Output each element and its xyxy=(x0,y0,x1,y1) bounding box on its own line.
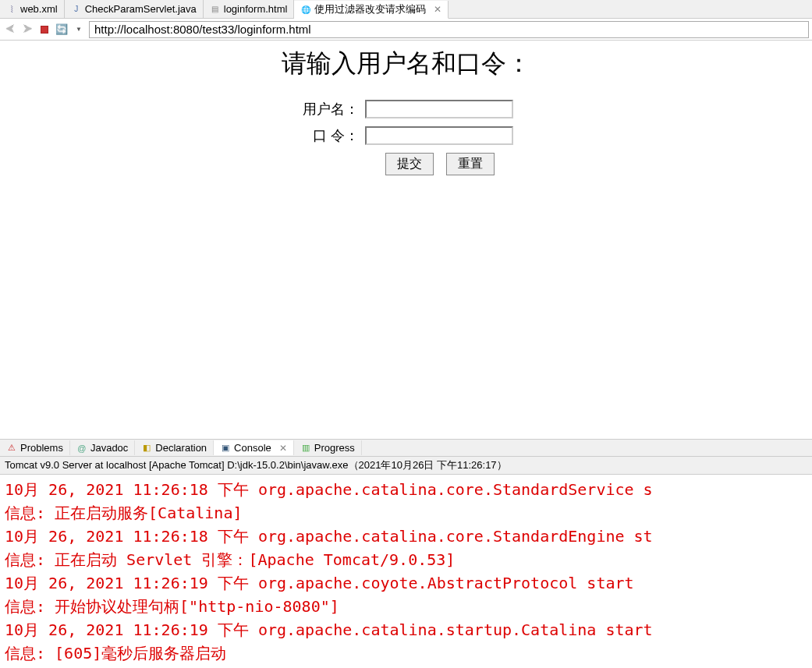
tab-progress[interactable]: ▥ Progress xyxy=(294,440,362,455)
xml-icon: ⦚ xyxy=(6,4,17,15)
tab-label: Console xyxy=(234,442,271,454)
button-row: 提交 重置 xyxy=(385,153,513,175)
problems-icon: ⚠ xyxy=(6,443,17,454)
java-icon: J xyxy=(71,4,82,15)
url-input[interactable] xyxy=(89,21,809,38)
console-output: 10月 26, 2021 11:26:18 下午 org.apache.cata… xyxy=(0,475,812,668)
username-label: 用户名： xyxy=(300,100,365,118)
declaration-icon: ◧ xyxy=(141,443,152,454)
tab-browser-active[interactable]: 🌐 使用过滤器改变请求编码 ✕ xyxy=(294,1,449,19)
editor-tab-bar: ⦚ web.xml J CheckParamServlet.java ▤ log… xyxy=(0,0,812,19)
tab-label: CheckParamServlet.java xyxy=(85,3,197,15)
username-row: 用户名： xyxy=(300,100,513,118)
back-button[interactable]: ⮜ xyxy=(3,23,17,37)
username-input[interactable] xyxy=(365,100,513,118)
tab-javadoc[interactable]: @ Javadoc xyxy=(70,440,135,455)
stop-button[interactable] xyxy=(37,23,51,37)
stop-icon xyxy=(41,26,48,34)
page-title: 请输入用户名和口令： xyxy=(282,47,531,81)
tab-label: web.xml xyxy=(20,3,58,15)
tab-label: Progress xyxy=(314,442,355,454)
refresh-button[interactable]: 🔄 xyxy=(55,23,69,37)
tab-label: loginform.html xyxy=(224,3,288,15)
history-dropdown[interactable]: ▼ xyxy=(72,23,86,37)
password-label: 口 令： xyxy=(300,126,365,145)
tab-problems[interactable]: ⚠ Problems xyxy=(0,440,70,455)
password-row: 口 令： xyxy=(300,126,513,145)
console-icon: ▣ xyxy=(220,443,231,454)
html-icon: ▤ xyxy=(210,4,221,15)
tab-checkparam-java[interactable]: J CheckParamServlet.java xyxy=(65,0,204,18)
browser-viewport: 请输入用户名和口令： 用户名： 口 令： 提交 重置 xyxy=(0,41,812,439)
progress-icon: ▥ xyxy=(300,443,311,454)
close-icon[interactable]: ✕ xyxy=(434,4,441,15)
password-input[interactable] xyxy=(365,126,513,145)
tab-label: Declaration xyxy=(155,442,207,454)
reset-button[interactable]: 重置 xyxy=(446,153,495,175)
tab-label: Javadoc xyxy=(90,442,128,454)
tab-console[interactable]: ▣ Console ✕ xyxy=(214,440,294,455)
forward-button[interactable]: ⮞ xyxy=(20,23,34,37)
globe-icon: 🌐 xyxy=(300,4,311,15)
console-process-label: Tomcat v9.0 Server at localhost [Apache … xyxy=(0,456,812,475)
submit-button[interactable]: 提交 xyxy=(385,153,434,175)
javadoc-icon: @ xyxy=(76,443,87,454)
tab-loginform-html[interactable]: ▤ loginform.html xyxy=(204,0,295,18)
browser-toolbar: ⮜ ⮞ 🔄 ▼ xyxy=(0,19,812,41)
close-icon[interactable]: ✕ xyxy=(279,443,287,454)
tab-label: Problems xyxy=(20,442,63,454)
tab-declaration[interactable]: ◧ Declaration xyxy=(135,440,214,455)
login-form: 用户名： 口 令： 提交 重置 xyxy=(300,100,513,175)
bottom-tab-bar: ⚠ Problems @ Javadoc ◧ Declaration ▣ Con… xyxy=(0,439,812,456)
tab-label: 使用过滤器改变请求编码 xyxy=(314,2,426,16)
tab-web-xml[interactable]: ⦚ web.xml xyxy=(0,0,65,18)
